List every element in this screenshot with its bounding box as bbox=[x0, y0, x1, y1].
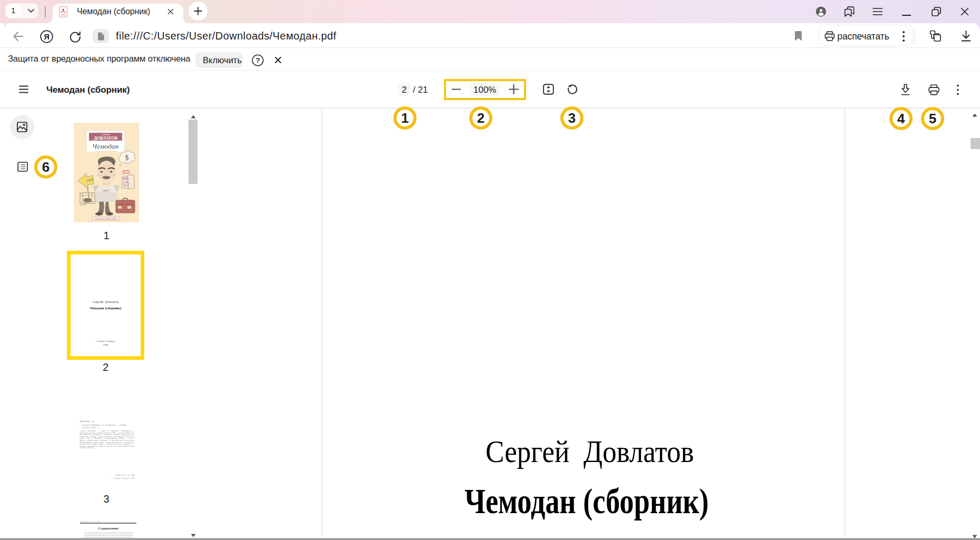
svg-text:АЗБУКА КЛАССИКА: АЗБУКА КЛАССИКА bbox=[95, 218, 117, 220]
svg-text:Чемодан: Чемодан bbox=[92, 142, 119, 150]
svg-text:I♥NY: I♥NY bbox=[103, 189, 110, 192]
svg-text:ДОВЛАТОВ: ДОВЛАТОВ bbox=[94, 136, 117, 141]
svg-text:Я: Я bbox=[44, 33, 49, 41]
svg-text:$: $ bbox=[125, 154, 129, 162]
svg-text:?: ? bbox=[255, 56, 260, 64]
